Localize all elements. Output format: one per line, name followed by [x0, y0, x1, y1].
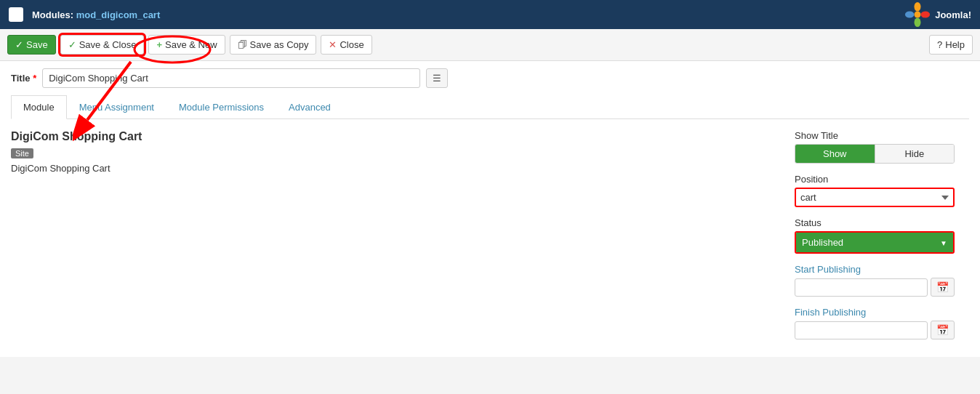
tab-module[interactable]: Module [11, 95, 67, 119]
save-close-icon: ✓ [68, 39, 76, 50]
save-copy-button[interactable]: 🗍 Save as Copy [230, 35, 317, 55]
main-layout: DigiCom Shopping Cart Site DigiCom Shopp… [11, 130, 969, 350]
tabs-bar: Module Menu Assignment Module Permission… [11, 95, 969, 119]
header-bar: ▣ Modules: mod_digicom_cart Joomla! [0, 0, 980, 29]
module-icon: ▣ [9, 7, 23, 22]
svg-point-0 [915, 12, 921, 18]
toolbar: ✓ Save ✓ Save & Close + Save & New 🗍 Sav… [0, 29, 980, 61]
show-hide-toggle: Show Hide [795, 144, 955, 164]
module-description: DigiCom Shopping Cart [11, 163, 780, 174]
finish-publishing-calendar-button[interactable]: 📅 [931, 321, 955, 339]
title-row: Title * ☰ [11, 68, 969, 88]
start-publishing-group: Start Publishing 📅 [795, 264, 969, 297]
finish-publishing-label: Finish Publishing [795, 307, 969, 318]
show-title-group: Show Title Show Hide [795, 130, 969, 164]
start-publishing-label: Start Publishing [795, 264, 969, 275]
hide-toggle[interactable]: Hide [875, 145, 955, 163]
question-icon: ? [937, 39, 942, 50]
status-label: Status [795, 217, 969, 228]
save-icon: ✓ [15, 39, 23, 50]
finish-publishing-input-wrapper: 📅 [795, 321, 955, 339]
start-publishing-input[interactable] [795, 278, 928, 297]
plus-icon: + [156, 39, 162, 50]
save-button[interactable]: ✓ Save [7, 35, 56, 55]
header-title: Modules: mod_digicom_cart [32, 8, 160, 21]
joomla-flower-icon [904, 1, 931, 28]
finish-publishing-input[interactable] [795, 321, 928, 339]
help-button[interactable]: ? Help [929, 35, 973, 55]
show-title-label: Show Title [795, 130, 969, 141]
left-panel: DigiCom Shopping Cart Site DigiCom Shopp… [11, 130, 780, 350]
tab-menu-assignment[interactable]: Menu Assignment [67, 95, 166, 118]
content-area: Title * ☰ Module Menu Assignment Module … [0, 61, 980, 357]
show-toggle[interactable]: Show [795, 145, 875, 163]
svg-point-4 [905, 12, 915, 18]
start-publishing-calendar-button[interactable]: 📅 [931, 278, 955, 297]
position-select[interactable]: cart [795, 188, 955, 207]
tab-module-permissions[interactable]: Module Permissions [166, 95, 276, 118]
title-icon-button[interactable]: ☰ [426, 68, 448, 88]
site-badge: Site [11, 148, 33, 158]
title-input[interactable] [42, 68, 420, 88]
title-required: * [33, 73, 36, 84]
status-select-wrapper: Published Unpublished Archived Trashed ▼ [795, 231, 955, 254]
close-icon: ✕ [329, 39, 337, 50]
start-publishing-input-wrapper: 📅 [795, 278, 955, 297]
status-group: Status Published Unpublished Archived Tr… [795, 217, 969, 254]
module-title: DigiCom Shopping Cart [11, 130, 780, 143]
finish-publishing-group: Finish Publishing 📅 [795, 307, 969, 339]
close-button[interactable]: ✕ Close [321, 35, 371, 55]
status-select[interactable]: Published Unpublished Archived Trashed [796, 233, 953, 252]
title-label: Title * [11, 73, 36, 84]
save-close-button[interactable]: ✓ Save & Close [60, 35, 145, 55]
copy-icon: 🗍 [238, 39, 247, 50]
tab-advanced[interactable]: Advanced [276, 95, 343, 118]
right-panel: Show Title Show Hide Position cart Statu… [795, 130, 969, 350]
svg-point-3 [915, 18, 921, 28]
position-group: Position cart [795, 174, 969, 207]
joomla-logo: Joomla! [904, 1, 971, 28]
header-left: ▣ Modules: mod_digicom_cart [9, 7, 160, 22]
svg-point-1 [915, 2, 921, 12]
svg-point-2 [921, 12, 931, 18]
save-new-button[interactable]: + Save & New [148, 35, 225, 55]
position-label: Position [795, 174, 969, 185]
